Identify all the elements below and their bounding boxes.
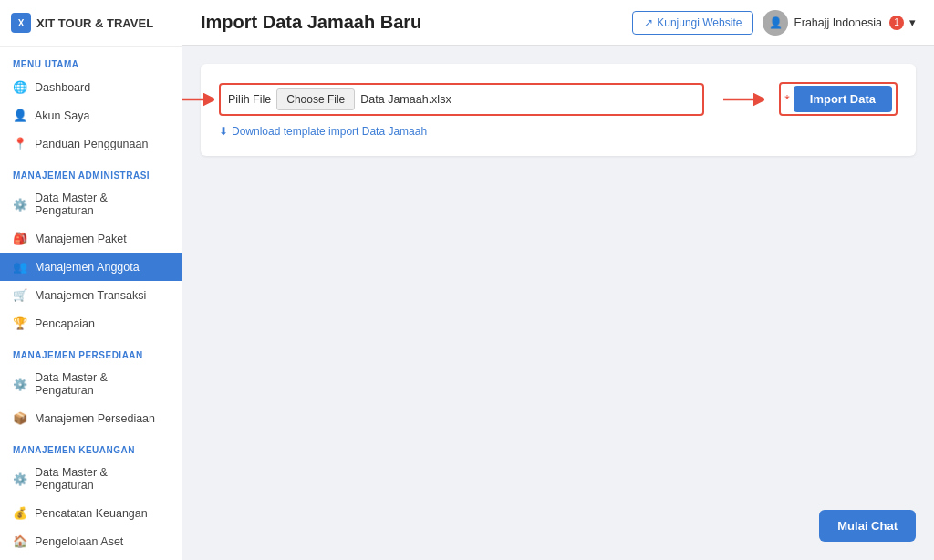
top-header: Import Data Jamaah Baru ↗ Kunjungi Websi… [182,0,934,46]
sidebar-item-data-master-keuangan[interactable]: ⚙️ Data Master & Pengaturan [0,459,182,499]
arrow-right [719,86,764,113]
file-name: Data Jamaah.xlsx [360,93,451,106]
manajemen-persediaan-section: MANAJEMEN PERSEDIAAN [0,337,182,364]
header-right: ↗ Kunjungi Website 👤 Erahajj Indonesia 1… [632,10,916,36]
sidebar-item-pencatatan-keuangan-label: Pencatatan Keuangan [35,507,148,520]
content-card: Pilih File Choose File Data Jamaah.xlsx [201,64,916,156]
import-data-section: * Import Data [779,82,898,116]
sidebar-item-akun[interactable]: 👤 Akun Saya [0,101,182,130]
visit-website-button[interactable]: ↗ Kunjungi Website [632,11,753,35]
import-data-button[interactable]: Import Data [794,86,892,112]
sidebar-item-dashboard-label: Dashboard [35,81,90,94]
sidebar-item-manajemen-paket[interactable]: 🎒 Manajemen Paket [0,224,182,253]
data-master-admin-icon: ⚙️ [13,198,27,212]
sidebar-item-pencapaian[interactable]: 🏆 Pencapaian [0,309,182,337]
sidebar-item-manajemen-paket-label: Manajemen Paket [35,233,127,245]
data-master-keuangan-icon: ⚙️ [13,472,27,486]
sidebar-item-panduan-label: Panduan Penggunaan [35,138,148,150]
logo-icon: X [11,13,31,33]
sidebar-item-data-master-admin[interactable]: ⚙️ Data Master & Pengaturan [0,184,182,224]
sidebar-item-manajemen-persediaan[interactable]: 📦 Manajemen Persediaan [0,404,182,432]
file-upload-section: Pilih File Choose File Data Jamaah.xlsx [219,83,704,116]
required-star: * [784,92,789,107]
data-master-persediaan-icon: ⚙️ [13,378,27,391]
pencatatan-keuangan-icon: 💰 [13,506,27,520]
sidebar-item-manajemen-anggota[interactable]: 👥 Manajemen Anggota [0,253,182,281]
app-name: XIT TOUR & TRAVEL [36,16,153,30]
download-template-link[interactable]: ⬇ Download template import Data Jamaah [219,125,898,138]
sidebar-item-manajemen-transaksi-label: Manajemen Transaksi [35,289,146,302]
choose-file-button[interactable]: Choose File [276,88,355,110]
main-content: Import Data Jamaah Baru ↗ Kunjungi Websi… [182,0,934,560]
sidebar-item-data-master-keuangan-label: Data Master & Pengaturan [35,466,169,492]
manajemen-keuangan-section: MANAJEMEN KEUANGAN [0,432,182,459]
chevron-down-icon: ▾ [909,16,916,29]
page-title: Import Data Jamaah Baru [201,12,421,33]
akun-icon: 👤 [13,109,27,122]
sidebar-item-data-master-persediaan-label: Data Master & Pengaturan [35,371,169,397]
sidebar-item-manajemen-persediaan-label: Manajemen Persediaan [35,412,155,425]
mulai-chat-button[interactable]: Mulai Chat [819,510,916,542]
sidebar-item-data-master-persediaan[interactable]: ⚙️ Data Master & Pengaturan [0,364,182,404]
manajemen-persediaan-icon: 📦 [13,411,27,425]
panduan-icon: 📍 [13,137,27,150]
download-template-label: Download template import Data Jamaah [232,125,427,138]
notification-badge: 1 [889,16,904,30]
manajemen-anggota-icon: 👥 [13,260,27,274]
sidebar-item-pencatatan-keuangan[interactable]: 💰 Pencatatan Keuangan [0,499,182,527]
sidebar-item-panduan[interactable]: 📍 Panduan Penggunaan [0,130,182,158]
pengelolaan-aset-icon: 🏠 [13,534,27,548]
external-link-icon: ↗ [644,16,653,29]
manajemen-administrasi-section: MANAJEMEN ADMINISTRASI [0,158,182,184]
content-area: Pilih File Choose File Data Jamaah.xlsx [182,46,934,560]
app-logo: X XIT TOUR & TRAVEL [0,0,182,47]
avatar: 👤 [763,10,788,36]
menu-utama-section: MENU UTAMA [0,47,182,73]
visit-website-label: Kunjungi Website [657,16,742,29]
sidebar: X XIT TOUR & TRAVEL MENU UTAMA 🌐 Dashboa… [0,0,182,560]
manajemen-transaksi-icon: 🛒 [13,288,27,302]
user-info[interactable]: 👤 Erahajj Indonesia 1 ▾ [763,10,916,36]
upload-row: Pilih File Choose File Data Jamaah.xlsx [219,82,898,116]
pilih-file-label: Pilih File [228,93,271,106]
sidebar-item-manajemen-transaksi[interactable]: 🛒 Manajemen Transaksi [0,281,182,309]
sidebar-item-akun-label: Akun Saya [35,109,89,122]
sidebar-item-data-master-admin-label: Data Master & Pengaturan [35,192,169,217]
pencapaian-icon: 🏆 [13,316,27,330]
sidebar-item-pengelolaan-aset[interactable]: 🏠 Pengelolaan Aset [0,527,182,555]
sidebar-item-dashboard[interactable]: 🌐 Dashboard [0,73,182,101]
sidebar-item-manajemen-anggota-label: Manajemen Anggota [35,261,140,274]
dashboard-icon: 🌐 [13,80,27,94]
arrow-left [182,86,214,113]
manajemen-paket-icon: 🎒 [13,232,27,245]
user-name: Erahajj Indonesia [794,16,882,29]
sidebar-item-pencapaian-label: Pencapaian [35,317,95,330]
download-icon: ⬇ [219,125,228,138]
sidebar-item-pengelolaan-aset-label: Pengelolaan Aset [35,535,123,548]
